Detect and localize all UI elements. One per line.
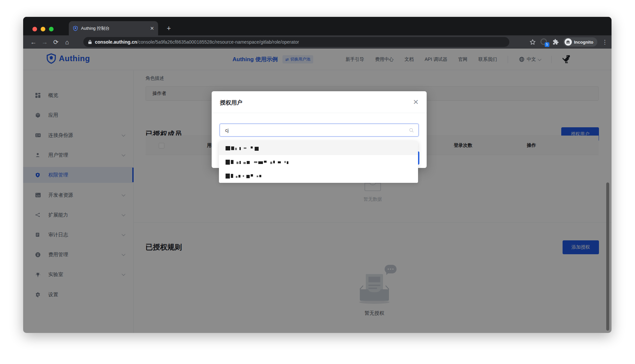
forward-button[interactable]: → <box>39 39 50 45</box>
url-host: console.authing.cn <box>95 39 137 45</box>
extension-badge-count: 5 <box>545 42 549 47</box>
search-icon <box>409 128 414 133</box>
modal-close-icon[interactable]: ✕ <box>413 99 419 105</box>
incognito-indicator: Incognito <box>563 37 598 47</box>
user-search-box <box>220 124 419 137</box>
web-page: Authing Authing 使用示例 ⇄切换用户池 新手引导 费用中心 文档… <box>23 49 612 333</box>
tab-strip: Authing 控制台 ✕ + <box>23 17 612 35</box>
incognito-label: Incognito <box>574 40 594 45</box>
back-button[interactable]: ← <box>28 39 39 45</box>
browser-toolbar: ← → ⟳ ⌂ console.authing.cn/console/5a9fa… <box>23 35 612 49</box>
extensions-puzzle-icon[interactable] <box>552 39 559 45</box>
screenshot-stage: Authing 控制台 ✕ + ← → ⟳ ⌂ console.authing.… <box>0 0 635 364</box>
browser-menu-icon[interactable]: ⋮ <box>602 39 608 46</box>
bookmark-star-icon[interactable] <box>529 39 536 45</box>
window-controls <box>32 27 54 31</box>
tab-title: Authing 控制台 <box>81 25 147 31</box>
user-option-censored[interactable] <box>219 141 418 155</box>
favicon-shield-icon <box>73 26 78 31</box>
url-text: console.authing.cn/console/5a9fa26cf8635… <box>95 39 299 45</box>
extension-badge-icon[interactable]: 5 <box>540 38 548 46</box>
home-button[interactable]: ⌂ <box>62 39 73 45</box>
user-suggestions-dropdown <box>219 141 418 183</box>
user-option-censored[interactable] <box>219 169 418 183</box>
incognito-icon <box>565 38 572 46</box>
close-window-button[interactable] <box>32 27 37 31</box>
browser-tab[interactable]: Authing 控制台 ✕ <box>69 21 158 35</box>
address-bar[interactable]: console.authing.cn/console/5a9fa26cf8635… <box>83 37 509 47</box>
new-tab-button[interactable]: + <box>167 24 171 33</box>
tab-close-icon[interactable]: ✕ <box>150 26 154 31</box>
modal-header: 授权用户 ✕ <box>212 91 427 113</box>
url-path: /console/5a9fa26cf8635a000185528c/resour… <box>137 39 299 45</box>
toolbar-right-icons: 5 Incognito ⋮ <box>529 35 608 49</box>
user-option-censored[interactable] <box>219 155 418 169</box>
reload-button[interactable]: ⟳ <box>50 39 62 45</box>
zoom-window-button[interactable] <box>49 27 54 31</box>
lock-icon <box>88 40 92 44</box>
minimize-window-button[interactable] <box>41 27 45 31</box>
user-search-input[interactable] <box>220 128 409 133</box>
modal-title: 授权用户 <box>220 99 242 106</box>
browser-window: Authing 控制台 ✕ + ← → ⟳ ⌂ console.authing.… <box>23 17 612 333</box>
